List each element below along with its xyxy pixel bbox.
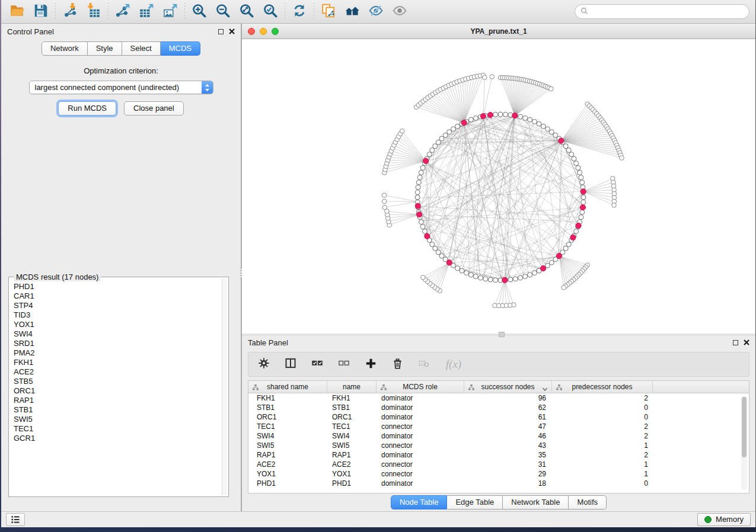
add-column-button[interactable] (363, 357, 378, 371)
criterion-dropdown[interactable]: largest connected component (undirected) (29, 81, 213, 94)
table-cell[interactable]: 1 (552, 460, 653, 469)
graph-node[interactable] (576, 165, 580, 170)
mcds-result-node[interactable]: STP4 (14, 301, 221, 310)
graph-node[interactable] (460, 268, 464, 273)
graph-node[interactable] (427, 152, 432, 157)
table-cell[interactable]: connector (377, 460, 464, 469)
graph-node[interactable] (420, 165, 425, 170)
tab-network[interactable]: Network (42, 41, 88, 56)
close-panel-icon[interactable] (229, 27, 235, 36)
graph-node[interactable] (419, 220, 423, 225)
table-cell[interactable]: dominator (377, 431, 464, 441)
tab-node-table[interactable]: Node Table (391, 495, 448, 509)
graph-node[interactable] (580, 210, 585, 214)
graph-mcds-node[interactable] (487, 112, 493, 117)
graph-node[interactable] (537, 121, 541, 126)
graph-node[interactable] (572, 156, 576, 161)
graph-node[interactable] (578, 170, 582, 175)
graph-mcds-node[interactable] (502, 277, 508, 283)
column-header-successor-nodes[interactable]: successor nodes (464, 381, 552, 393)
graph-mcds-node[interactable] (580, 189, 586, 194)
graph-node[interactable] (468, 117, 473, 122)
graph-node[interactable] (439, 254, 444, 258)
mcds-result-node[interactable]: ACE2 (14, 367, 221, 377)
graph-mcds-node[interactable] (416, 212, 422, 217)
mcds-result-node[interactable]: STB1 (14, 405, 221, 415)
tab-mcds[interactable]: MCDS (161, 41, 200, 56)
table-cell[interactable]: 0 (552, 412, 653, 422)
table-cell[interactable]: 1 (552, 441, 653, 450)
graph-node[interactable] (549, 260, 554, 265)
graph-node[interactable] (417, 175, 422, 180)
table-cell[interactable]: SWI4 (248, 431, 327, 441)
import-table-button[interactable] (84, 2, 104, 21)
graph-node[interactable] (532, 271, 537, 275)
mcds-result-node[interactable]: TEC1 (14, 424, 221, 434)
graph-node[interactable] (415, 195, 420, 200)
table-row[interactable]: YOX1YOX1connector291 (248, 469, 749, 479)
table-cell[interactable]: YOX1 (248, 469, 327, 479)
network-canvas[interactable] (242, 39, 755, 334)
task-history-button[interactable] (6, 513, 25, 526)
graph-node[interactable] (581, 195, 586, 200)
graph-node[interactable] (579, 175, 583, 180)
tab-select[interactable]: Select (122, 41, 161, 56)
export-table-button[interactable] (136, 2, 157, 21)
table-row[interactable]: SWI5SWI5connector431 (248, 441, 749, 450)
table-cell[interactable]: ORC1 (248, 412, 327, 422)
mcds-result-node[interactable]: STB5 (14, 377, 221, 386)
graph-node[interactable] (566, 148, 571, 152)
search-box[interactable] (575, 4, 749, 19)
graph-node[interactable] (579, 215, 583, 220)
graph-leaf-node[interactable] (562, 286, 566, 290)
table-cell[interactable]: RAP1 (327, 450, 377, 460)
table-cell[interactable]: 2 (552, 422, 653, 431)
graph-node[interactable] (483, 277, 488, 281)
graph-leaf-node[interactable] (421, 275, 426, 280)
hide-selected-button[interactable] (366, 2, 386, 21)
close-table-panel-icon[interactable] (744, 338, 749, 347)
graph-mcds-node[interactable] (559, 138, 564, 143)
column-header-name[interactable]: name (327, 381, 377, 393)
mcds-result-node[interactable]: YOX1 (14, 320, 221, 329)
table-cell[interactable]: FKH1 (248, 393, 327, 403)
table-scrollbar[interactable] (741, 396, 747, 490)
graph-node[interactable] (488, 277, 493, 282)
graph-node[interactable] (420, 225, 425, 229)
mcds-result-node[interactable]: ORC1 (14, 386, 221, 396)
graph-mcds-node[interactable] (425, 233, 430, 239)
graph-mcds-node[interactable] (461, 120, 467, 126)
table-cell[interactable]: 18 (464, 479, 552, 488)
table-cell[interactable]: 2 (552, 450, 653, 460)
mcds-result-node[interactable]: TID3 (14, 310, 221, 320)
mcds-result-node[interactable]: RAP1 (14, 396, 221, 405)
tab-motifs[interactable]: Motifs (569, 495, 607, 509)
column-visibility-button[interactable] (283, 357, 298, 371)
table-cell[interactable]: 96 (464, 393, 552, 403)
graph-leaf-node[interactable] (493, 303, 497, 308)
graph-node[interactable] (439, 136, 444, 141)
float-table-panel-icon[interactable] (733, 340, 738, 345)
tab-network-table[interactable]: Network Table (503, 495, 569, 509)
table-cell[interactable]: 1 (552, 469, 653, 479)
graph-node[interactable] (447, 130, 452, 134)
graph-mcds-node[interactable] (570, 235, 576, 240)
graph-node[interactable] (493, 112, 498, 117)
table-cell[interactable]: SWI5 (327, 441, 377, 450)
table-row[interactable]: PHD1PHD1dominator180 (248, 479, 749, 488)
table-cell[interactable]: 31 (464, 460, 552, 469)
graph-node[interactable] (468, 273, 473, 277)
deselect-all-button[interactable] (337, 357, 351, 371)
mcds-result-node[interactable]: CAR1 (14, 291, 221, 301)
import-network-button[interactable] (60, 2, 80, 21)
column-header-predecessor-nodes[interactable]: predecessor nodes (552, 381, 653, 393)
graph-node[interactable] (574, 229, 579, 233)
table-row[interactable]: STB1STB1dominator620 (248, 403, 749, 412)
graph-node[interactable] (563, 246, 568, 251)
mcds-result-list[interactable]: PHD1CAR1STP4TID3YOX1SWI4SRD1PMA2FKH1ACE2… (14, 282, 221, 494)
mcds-result-node[interactable]: SWI4 (14, 329, 221, 339)
graph-node[interactable] (415, 190, 420, 195)
table-cell[interactable]: TEC1 (327, 422, 377, 431)
network-graph[interactable] (242, 39, 755, 334)
graph-node[interactable] (532, 119, 537, 124)
